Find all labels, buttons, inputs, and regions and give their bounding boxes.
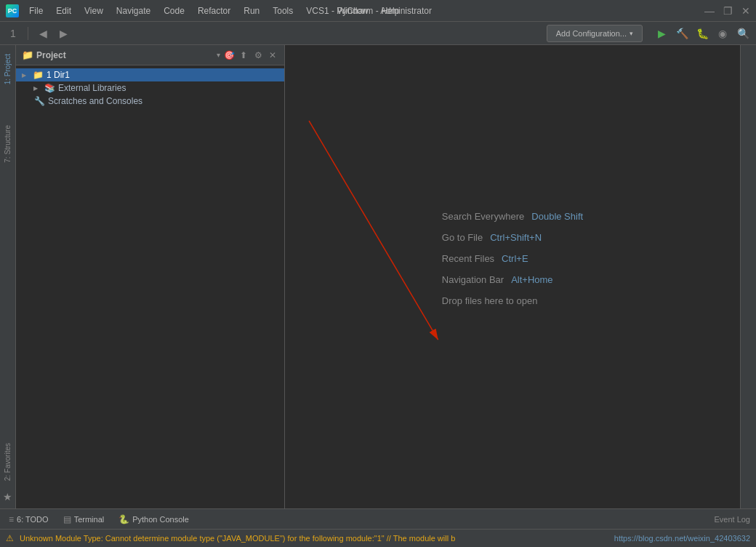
tree-label-scratches: Scratches and Consoles [48, 96, 142, 106]
event-log-label[interactable]: Event Log [714, 515, 750, 524]
project-tree: ▶ 📁 1 Dir1 ▶ 📚 External Libraries 🔧 Scra… [16, 65, 284, 508]
hint-drop-files-label: Drop files here to open [442, 295, 538, 306]
bottom-toolbar: ≡ 6: TODO ▤ Terminal 🐍 Python Console Ev… [0, 508, 756, 529]
panel-close-icon[interactable]: ✕ [267, 49, 278, 61]
window-title: 1 - PyCharm - Administrator [324, 6, 432, 16]
hint-navigation-bar-shortcut: Alt+Home [511, 274, 552, 285]
app-logo: PC [6, 4, 19, 17]
hint-search-everywhere-shortcut: Double Shift [531, 211, 583, 222]
project-tab-button[interactable]: 1 [4, 25, 22, 42]
close-button[interactable]: ✕ [741, 6, 750, 16]
tree-item-scratches[interactable]: 🔧 Scratches and Consoles [16, 95, 284, 108]
hint-recent-files: Recent Files Ctrl+E [442, 253, 528, 264]
status-warning-icon: ⚠ [6, 533, 14, 543]
panel-title: Project [36, 50, 214, 60]
terminal-icon: ▤ [63, 514, 71, 524]
tree-arrow-dir1: ▶ [22, 72, 29, 79]
maximize-button[interactable]: ❐ [723, 6, 733, 16]
navigate-forward-button[interactable]: ▶ [55, 25, 72, 42]
scratch-icon: 🔧 [33, 96, 45, 106]
hint-navigation-bar-label: Navigation Bar [442, 274, 504, 285]
add-config-dropdown-icon: ▾ [630, 30, 633, 37]
folder-icon-dir1: 📁 [32, 70, 44, 80]
menu-tools[interactable]: Tools [267, 4, 299, 18]
run-button[interactable]: ▶ [653, 25, 670, 42]
panel-dropdown-icon[interactable]: ▾ [217, 51, 220, 59]
hint-search-everywhere: Search Everywhere Double Shift [442, 211, 583, 222]
build-button[interactable]: 🔨 [673, 25, 691, 42]
coverage-button[interactable]: ◉ [714, 25, 731, 42]
favorites-star-icon: ★ [3, 491, 12, 503]
hint-go-to-file-label: Go to File [442, 232, 483, 243]
sidebar-item-favorites[interactable]: 2: Favorites [2, 437, 13, 487]
tree-arrow-ext: ▶ [33, 85, 41, 92]
titlebar: PC File Edit View Navigate Code Refactor… [0, 0, 756, 22]
panel-locate-icon[interactable]: 🎯 [223, 49, 235, 61]
svg-line-1 [309, 121, 438, 340]
window-controls: — ❐ ✕ [704, 6, 750, 16]
add-configuration-label: Add Configuration... [556, 29, 627, 38]
python-icon: 🐍 [118, 514, 129, 524]
sidebar-item-structure[interactable]: 7: Structure [2, 119, 13, 169]
debug-button[interactable]: 🐛 [693, 25, 711, 42]
tree-label-dir1: 1 Dir1 [47, 70, 70, 80]
menu-navigate[interactable]: Navigate [110, 4, 156, 18]
minimize-button[interactable]: — [704, 6, 715, 16]
menu-run[interactable]: Run [238, 4, 265, 18]
add-configuration-button[interactable]: Add Configuration... ▾ [547, 25, 643, 42]
editor-area: Search Everywhere Double Shift Go to Fil… [285, 45, 740, 508]
editor-hints: Search Everywhere Double Shift Go to Fil… [442, 211, 583, 306]
hint-drop-files: Drop files here to open [442, 295, 538, 306]
status-url: https://blog.csdn.net/weixin_42403632 [614, 534, 750, 543]
panel-settings-icon[interactable]: ⚙ [252, 49, 264, 61]
right-sidebar [740, 45, 756, 508]
toolbar-run-controls: ▶ 🔨 🐛 ◉ 🔍 [653, 25, 752, 42]
todo-label: 6: TODO [17, 515, 49, 524]
python-console-tab[interactable]: 🐍 Python Console [116, 513, 192, 526]
menu-refactor[interactable]: Refactor [192, 4, 236, 18]
hint-navigation-bar: Navigation Bar Alt+Home [442, 274, 553, 285]
hint-recent-files-label: Recent Files [442, 253, 494, 264]
panel-folder-icon: 📁 [22, 49, 33, 60]
menu-code[interactable]: Code [158, 4, 190, 18]
panel-header: 📁 Project ▾ 🎯 ⬆ ⚙ ✕ [16, 45, 284, 65]
python-console-label: Python Console [132, 515, 189, 524]
hint-go-to-file: Go to File Ctrl+Shift+N [442, 232, 542, 243]
menu-view[interactable]: View [79, 4, 109, 18]
todo-icon: ≡ [9, 514, 14, 524]
tree-label-external-libraries: External Libraries [58, 83, 126, 93]
terminal-label: Terminal [74, 515, 105, 524]
hint-recent-files-shortcut: Ctrl+E [502, 253, 528, 264]
tree-item-external-libraries[interactable]: ▶ 📚 External Libraries [16, 81, 284, 95]
hint-search-everywhere-label: Search Everywhere [442, 211, 524, 222]
left-sidebar: 1: Project 7: Structure 2: Favorites ★ [0, 45, 16, 508]
project-tab-label: 1 [10, 28, 16, 39]
terminal-tab[interactable]: ▤ Terminal [60, 513, 108, 526]
library-icon: 📚 [44, 83, 55, 93]
panel-icon-group: 🎯 ⬆ ⚙ ✕ [223, 49, 278, 61]
search-everywhere-button[interactable]: 🔍 [734, 25, 752, 42]
toolbar: 1 ◀ ▶ Add Configuration... ▾ ▶ 🔨 🐛 ◉ 🔍 [0, 22, 756, 45]
sidebar-item-project[interactable]: 1: Project [2, 48, 13, 90]
menu-file[interactable]: File [23, 4, 49, 18]
tree-item-dir1[interactable]: ▶ 📁 1 Dir1 [16, 68, 284, 81]
panel-collapse-icon[interactable]: ⬆ [238, 49, 249, 61]
project-panel: 📁 Project ▾ 🎯 ⬆ ⚙ ✕ ▶ 📁 1 Dir1 ▶ 📚 Exter… [16, 45, 285, 508]
navigate-back-button[interactable]: ◀ [34, 25, 52, 42]
menu-edit[interactable]: Edit [50, 4, 77, 18]
bottom-right-controls: Event Log [714, 515, 750, 524]
status-bar: ⚠ Unknown Module Type: Cannot determine … [0, 529, 756, 547]
hint-go-to-file-shortcut: Ctrl+Shift+N [490, 232, 542, 243]
status-warning-text: Unknown Module Type: Cannot determine mo… [20, 534, 606, 543]
todo-tab[interactable]: ≡ 6: TODO [6, 513, 52, 526]
toolbar-separator-1 [28, 27, 28, 40]
